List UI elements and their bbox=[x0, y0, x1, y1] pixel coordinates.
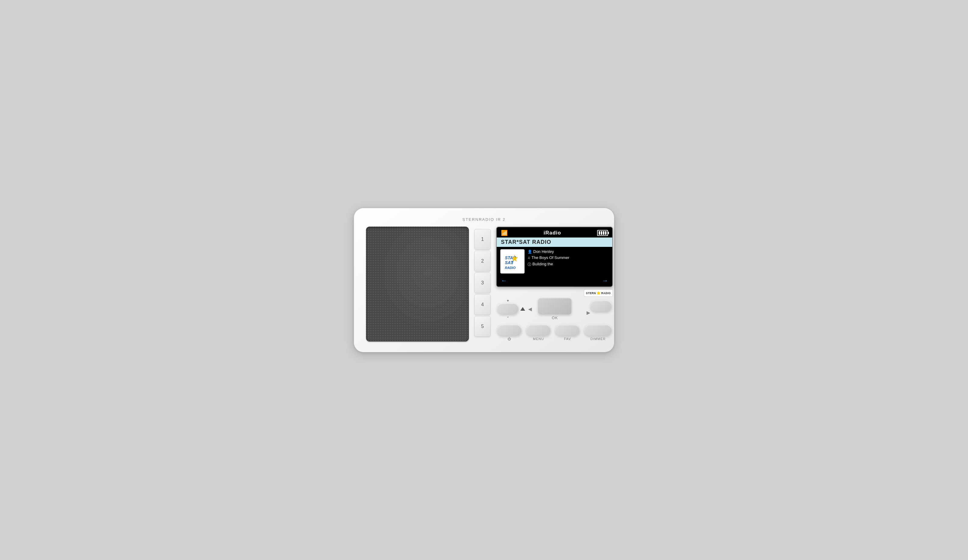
ok-label: OK bbox=[552, 316, 558, 320]
dimmer-button[interactable] bbox=[584, 325, 612, 336]
bat-bar-2 bbox=[601, 231, 602, 235]
svg-text:/: / bbox=[512, 260, 513, 265]
station-logo-svg: STAR SAT / RADIO bbox=[504, 253, 521, 270]
preset-button-5[interactable]: 5 bbox=[474, 316, 491, 337]
wifi-icon: 📶 bbox=[501, 230, 507, 236]
menu-label: MENU bbox=[533, 337, 544, 341]
right-side-button[interactable] bbox=[590, 301, 612, 311]
nav-right-arrow[interactable]: → bbox=[602, 277, 608, 284]
stern-star-icon: ★ bbox=[597, 291, 601, 296]
station-logo: STAR SAT / RADIO bbox=[501, 249, 525, 273]
bottom-buttons: ⏻ MENU FAV DIMMER bbox=[496, 325, 613, 341]
note-icon: ♫ bbox=[527, 256, 530, 260]
presets-section: 1 2 3 4 5 bbox=[474, 229, 491, 337]
preset-button-1[interactable]: 1 bbox=[474, 229, 491, 250]
artist-name: Don Henley bbox=[533, 249, 554, 254]
preset-button-3[interactable]: 3 bbox=[474, 273, 491, 293]
track-row-title: ♫ The Boys Of Summer bbox=[527, 255, 608, 260]
bat-bar-4 bbox=[605, 231, 607, 235]
power-button[interactable] bbox=[497, 325, 522, 336]
track-title: The Boys Of Summer bbox=[532, 255, 569, 260]
radio-device: STERNRADIO IR 2 1 2 3 4 5 📶 iRadio bbox=[354, 208, 614, 352]
display-screen: 📶 iRadio STAR*SAT RADIO bbox=[496, 227, 613, 287]
vol-minus-label: - bbox=[507, 315, 509, 319]
bat-bar-3 bbox=[603, 231, 604, 235]
track-info-text: Building the bbox=[532, 262, 553, 267]
station-name-bar: STAR*SAT RADIO bbox=[497, 237, 612, 247]
screen-content: STAR SAT / RADIO bbox=[497, 247, 612, 276]
power-label: ⏻ bbox=[507, 337, 511, 341]
right-arrow-button[interactable]: ▶ bbox=[587, 310, 590, 316]
radio-label: RADIO bbox=[602, 292, 611, 295]
track-row-artist: 👤 Don Henley bbox=[527, 249, 608, 254]
svg-text:RADIO: RADIO bbox=[505, 266, 516, 270]
fav-label: FAV bbox=[564, 337, 571, 341]
preset-button-4[interactable]: 4 bbox=[474, 294, 491, 315]
ok-button[interactable] bbox=[538, 298, 572, 314]
screen-footer: ← → bbox=[497, 276, 612, 287]
left-arrow-button[interactable]: ◀ bbox=[528, 306, 532, 312]
menu-button[interactable] bbox=[526, 325, 550, 336]
fav-button[interactable] bbox=[555, 325, 580, 336]
main-row: 1 2 3 4 5 📶 iRadio bbox=[366, 227, 602, 341]
preset-button-2[interactable]: 2 bbox=[474, 251, 491, 272]
speaker-section bbox=[366, 227, 469, 341]
battery-icon bbox=[597, 230, 608, 236]
logo-inner: STAR SAT / RADIO bbox=[504, 253, 521, 270]
dimmer-btn-group: DIMMER bbox=[584, 325, 612, 341]
screen-mode: iRadio bbox=[544, 230, 561, 236]
speaker-grille bbox=[366, 227, 469, 341]
stern-label: STERN bbox=[586, 292, 596, 295]
power-btn-group: ⏻ bbox=[497, 325, 522, 341]
volume-button[interactable] bbox=[497, 303, 519, 314]
stern-radio-logo: STERN ★ RADIO bbox=[584, 290, 613, 297]
dimmer-label: DIMMER bbox=[590, 337, 606, 341]
vol-triangle-up bbox=[520, 307, 525, 311]
device-title: STERNRADIO IR 2 bbox=[366, 217, 602, 222]
right-section: 📶 iRadio STAR*SAT RADIO bbox=[496, 227, 613, 341]
track-row-info: ⓘ Building the bbox=[527, 262, 608, 267]
bat-bar-1 bbox=[598, 231, 600, 235]
screen-header: 📶 iRadio bbox=[497, 227, 612, 237]
fav-btn-group: FAV bbox=[555, 325, 580, 341]
track-info: 👤 Don Henley ♫ The Boys Of Summer ⓘ Buil… bbox=[527, 249, 608, 273]
volume-cluster: + - ◀ bbox=[497, 298, 532, 319]
controls-row: + - ◀ OK bbox=[496, 298, 613, 320]
controls-wrapper: STERN ★ RADIO + - bbox=[496, 292, 613, 341]
vol-plus-label: + bbox=[507, 298, 509, 303]
menu-btn-group: MENU bbox=[526, 325, 550, 341]
nav-left-arrow[interactable]: ← bbox=[501, 277, 507, 284]
ok-cluster: OK bbox=[538, 298, 572, 320]
info-icon: ⓘ bbox=[527, 262, 531, 267]
artist-icon: 👤 bbox=[527, 250, 532, 254]
